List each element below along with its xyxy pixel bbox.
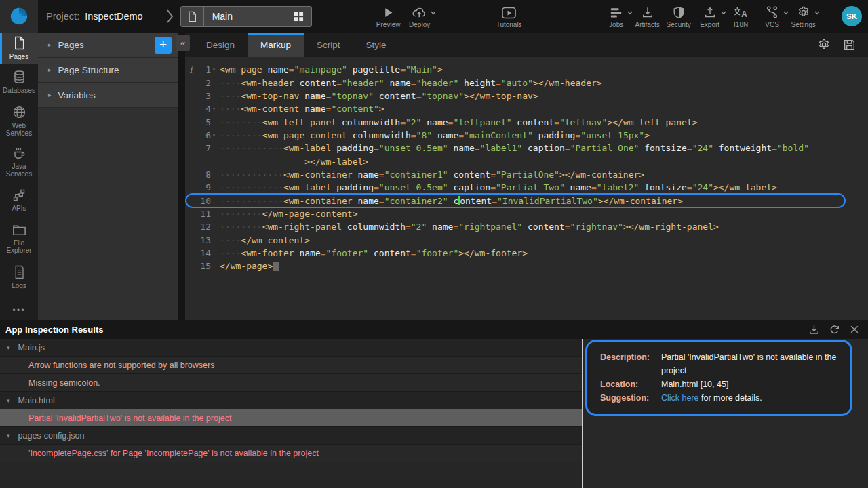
page-selector[interactable]: Main <box>180 6 312 27</box>
suggestion-rest: for more details. <box>701 393 762 403</box>
project-name: InspectDemo <box>85 11 142 22</box>
explorer-section-pages[interactable]: ▸Pages+ <box>38 33 178 58</box>
download-results-icon[interactable] <box>808 324 820 336</box>
editor-area: DesignMarkupScriptStyle i1▾<wm-page name… <box>185 33 868 320</box>
line-number: 2 <box>197 78 211 88</box>
location-file-link[interactable]: Main.html <box>661 380 698 389</box>
explorer-section-label: Page Structure <box>58 65 119 75</box>
code-line-15[interactable]: 15</wm-page> <box>185 260 868 272</box>
page-selector-value: Main <box>204 11 287 22</box>
grid-icon[interactable] <box>287 12 311 22</box>
markup-settings-gear-icon[interactable] <box>817 38 831 52</box>
code-line-7[interactable]: 7············<wm-label padding="unset 0.… <box>185 142 868 155</box>
sidebar-item-apis[interactable]: APIs <box>0 182 38 218</box>
code-line-13[interactable]: 13····</wm-content> <box>185 233 868 246</box>
video-icon <box>502 5 516 19</box>
block-cursor <box>273 262 279 271</box>
inspection-item[interactable]: Partial 'InvalidPartialTwo' is not avail… <box>0 409 582 427</box>
explorer-section-page-structure[interactable]: ▸Page Structure <box>38 58 178 83</box>
add-page-button[interactable]: + <box>155 37 172 54</box>
code-line-4[interactable]: 4▾····<wm-content name="content"> <box>185 102 868 115</box>
save-icon[interactable] <box>843 39 856 52</box>
click-here-link[interactable]: Click here <box>661 393 699 403</box>
refresh-icon[interactable] <box>829 324 840 336</box>
sidebar-item-web-services[interactable]: WebServices <box>0 100 38 141</box>
line-number: 14 <box>197 248 211 258</box>
cloud-upload-icon <box>411 5 428 19</box>
editor-tab-actions <box>817 33 868 57</box>
toolbar-item-deploy[interactable]: Deploy <box>404 0 435 33</box>
tab-design[interactable]: Design <box>193 33 248 57</box>
triangle-down-icon: ▾ <box>7 432 10 439</box>
toolbar-item-tutorials[interactable]: Tutorials <box>494 0 525 33</box>
inspection-item[interactable]: 'IncompletePage.css' for Page 'Incomplet… <box>0 445 582 462</box>
code-line-12[interactable]: 12········<wm-right-panel columnwidth="2… <box>185 220 868 233</box>
sidebar-item-label: APIs <box>12 205 26 212</box>
toolbar-item-artifacts[interactable]: Artifacts <box>632 0 663 33</box>
toolbar-item-label: Deploy <box>409 21 430 28</box>
toolbar-item-vcs[interactable]: VCS <box>757 0 788 33</box>
toolbar-item-settings[interactable]: Settings <box>788 0 819 33</box>
tab-style[interactable]: Style <box>353 33 399 57</box>
inspection-item[interactable]: Missing semicolon. <box>0 374 582 392</box>
code-line-5[interactable]: 5········<wm-left-panel columnwidth="2" … <box>185 115 868 128</box>
inspection-group-main-js[interactable]: ▾Main.js <box>0 339 582 357</box>
toolbar-item-export[interactable]: Export <box>694 0 726 33</box>
sidebar-item-file-explorer[interactable]: FileExplorer <box>0 218 38 259</box>
tab-script[interactable]: Script <box>304 33 353 57</box>
inspection-item[interactable]: Arrow functions are not supported by all… <box>0 357 582 374</box>
inspection-header: App Inspection Results <box>0 320 868 339</box>
fold-marker-icon[interactable]: ▾ <box>211 132 220 138</box>
code-line-11[interactable]: 11········</wm-page-content> <box>185 207 868 220</box>
download-icon <box>642 5 654 19</box>
code-line-8[interactable]: 8············<wm-container name="contain… <box>185 168 868 181</box>
toolbar-item-label: Jobs <box>609 21 623 28</box>
sidebar-more-button[interactable]: ••• <box>0 305 38 315</box>
code-line-3[interactable]: 3····<wm-top-nav name="topnav" content="… <box>185 89 868 102</box>
fold-marker-icon[interactable]: ▾ <box>211 106 220 112</box>
inspection-group-filename: pages-config.json <box>18 431 85 441</box>
sidebar-item-label: Logs <box>12 282 26 289</box>
sidebar-item-label: Pages <box>9 53 28 60</box>
tab-markup[interactable]: Markup <box>248 33 304 57</box>
code-line-9[interactable]: 9············<wm-label padding="unset 0.… <box>185 181 868 194</box>
inspection-title: App Inspection Results <box>5 325 103 335</box>
toolbar-item-label: Security <box>667 21 691 28</box>
error-detail-popup: Description: Partial 'InvalidPartialTwo'… <box>585 340 852 416</box>
code-line-wrap[interactable]: ></wm-label> <box>185 155 868 167</box>
location-value: Main.html [10, 45] <box>661 378 839 391</box>
close-panel-icon[interactable] <box>849 324 860 335</box>
toolbar-item-jobs[interactable]: Jobs <box>601 0 632 33</box>
upload-icon <box>704 5 716 19</box>
inspection-group-main-html[interactable]: ▾Main.html <box>0 392 582 409</box>
code-line-14[interactable]: 14····<wm-footer name="footer" content="… <box>185 247 868 260</box>
code-line-10[interactable]: 10············<wm-container name="contai… <box>185 194 868 207</box>
collapse-panel-button[interactable]: « <box>176 35 190 51</box>
server-icon <box>610 5 623 19</box>
databases-icon <box>12 70 26 84</box>
code-line-2[interactable]: 2····<wm-header content="header" name="h… <box>185 76 868 89</box>
app-logo[interactable] <box>0 0 38 33</box>
explorer-section-variables[interactable]: ▸Variables <box>38 83 178 108</box>
markup-code-editor[interactable]: i1▾<wm-page name="mainpage" pagetitle="M… <box>185 57 868 320</box>
avatar[interactable]: SK <box>842 6 862 26</box>
inspection-group-pages-config-json[interactable]: ▾pages-config.json <box>0 427 582 445</box>
sidebar-item-databases[interactable]: Databases <box>0 64 38 100</box>
toolbar-item-label: Preview <box>376 21 401 28</box>
fold-marker-icon[interactable]: ▾ <box>211 66 220 73</box>
code-line-6[interactable]: 6▾········<wm-page-content columnwidth="… <box>185 129 868 142</box>
explorer-section-label: Variables <box>58 90 96 100</box>
inspection-group-filename: Main.js <box>18 343 45 352</box>
toolbar-item-preview[interactable]: Preview <box>373 0 404 33</box>
toolbar-item-label: Tutorials <box>496 21 522 28</box>
project-label: Project: <box>46 11 79 22</box>
code-line-1[interactable]: i1▾<wm-page name="mainpage" pagetitle="M… <box>185 63 868 76</box>
sidebar-item-pages[interactable]: Pages <box>0 33 38 64</box>
explorer-section-label: Pages <box>58 40 84 50</box>
logs-icon <box>13 265 26 279</box>
line-number: 11 <box>197 209 211 219</box>
toolbar-item-security[interactable]: Security <box>663 0 694 33</box>
toolbar-item-i18n[interactable]: AI18N <box>726 0 757 33</box>
sidebar-item-java-services[interactable]: JavaServices <box>0 141 38 182</box>
sidebar-item-logs[interactable]: Logs <box>0 259 38 296</box>
